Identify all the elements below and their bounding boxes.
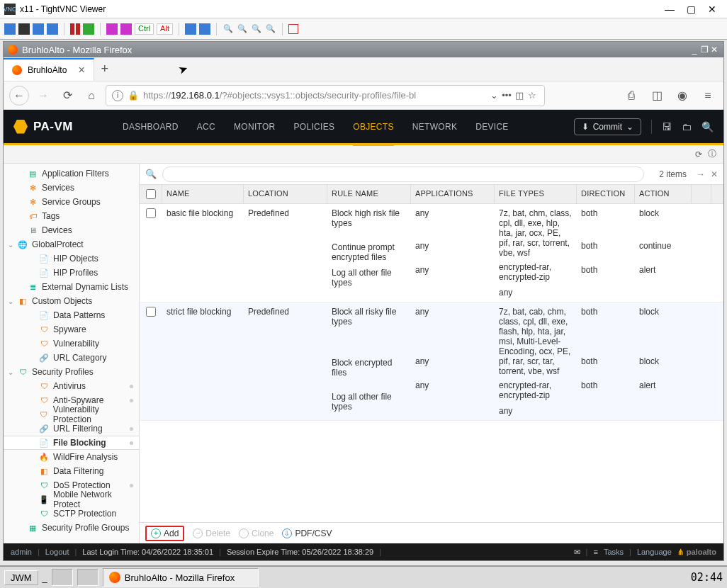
tasks-link[interactable]: Tasks [604, 548, 624, 556]
tasks-icon[interactable]: ≡ [593, 548, 597, 556]
sidebar-item-devices[interactable]: 🖥Devices [4, 223, 139, 237]
sidebar-icon[interactable]: ◫ [647, 86, 667, 106]
page-actions-icon[interactable]: ••• [500, 90, 513, 101]
row-checkbox[interactable] [146, 208, 156, 218]
nav-device[interactable]: DEVICE [475, 110, 508, 144]
close-button[interactable]: ✕ [701, 2, 723, 16]
tray-2[interactable] [77, 569, 98, 586]
sidebar-item-globalprotect[interactable]: ⌄🌐GlobalProtect [4, 237, 139, 251]
library-icon[interactable]: ⎙ [621, 86, 641, 106]
maximize-button[interactable]: ▢ [680, 2, 701, 16]
refresh-icon[interactable] [83, 23, 94, 35]
ff-max-button[interactable]: ❐ [699, 45, 709, 55]
clone-button[interactable]: Clone [239, 528, 274, 538]
apply-filter-icon[interactable]: → [697, 169, 705, 179]
sidebar-item-mobile-network-protect[interactable]: 📱Mobile Network Protect [4, 492, 139, 507]
sidebar-item-application-filters[interactable]: ▤Application Filters [4, 166, 139, 181]
sidebar-item-antivirus[interactable]: 🛡Antivirus [4, 379, 139, 393]
nav-dashboard[interactable]: DASHBOARD [123, 110, 179, 144]
zoom-100-icon[interactable]: 🔍 [251, 24, 262, 33]
new-tab-button[interactable]: + [94, 62, 115, 77]
save-icon[interactable] [18, 23, 30, 35]
url-bar[interactable]: i 🔒 https://192.168.0.1/?#objects::vsys1… [106, 85, 545, 106]
nav-network[interactable]: NETWORK [412, 110, 457, 144]
folder-icon[interactable]: 🗀 [682, 121, 692, 132]
sidebar-item-wildfire-analysis[interactable]: 🔥WildFire Analysis [4, 450, 139, 464]
reader-icon[interactable]: ◫ [513, 90, 526, 101]
zoom-auto-icon[interactable]: 🔍 [265, 24, 276, 33]
row-name-link[interactable]: strict file blocking [162, 303, 244, 420]
bookmark-star-icon[interactable]: ☆ [526, 90, 539, 101]
account-icon[interactable]: ◉ [672, 86, 692, 106]
row-name-link[interactable]: basic file blocking [162, 204, 244, 302]
sidebar-item-sctp-protection[interactable]: 🛡SCTP Protection [4, 507, 139, 521]
new-connection-icon[interactable] [4, 23, 16, 35]
sidebar-item-tags[interactable]: 🏷Tags [4, 209, 139, 223]
nav-policies[interactable]: POLICIES [294, 110, 335, 144]
pause-icon[interactable] [70, 23, 74, 35]
help-icon[interactable]: ⓘ [708, 148, 716, 160]
sidebar-item-data-filtering[interactable]: ◧Data Filtering [4, 464, 139, 478]
sidebar-item-security-profile-groups[interactable]: ▦Security Profile Groups [4, 521, 139, 535]
options-icon[interactable] [33, 23, 44, 35]
language-link[interactable]: Language [637, 548, 672, 556]
sidebar-item-custom-objects[interactable]: ⌄◧Custom Objects [4, 294, 139, 308]
sidebar-item-service-groups[interactable]: ✻Service Groups [4, 195, 139, 209]
commit-button[interactable]: ⬇ Commit ⌄ [574, 118, 641, 135]
add-button[interactable]: +Add [145, 526, 184, 541]
home-button[interactable]: ⌂ [81, 86, 101, 106]
browser-tab[interactable]: BruhloAlto × [4, 58, 94, 81]
zoom-in-icon[interactable]: 🔍 [222, 24, 234, 33]
col-location[interactable]: LOCATION [244, 185, 327, 203]
col-rule-name[interactable]: RULE NAME [327, 185, 411, 203]
delete-button[interactable]: −Delete [193, 528, 230, 538]
sidebar-item-services[interactable]: ✻Services [4, 181, 139, 195]
sidebar-item-spyware[interactable]: 🛡Spyware [4, 322, 139, 337]
refresh-icon[interactable]: ⟳ [695, 149, 702, 159]
start-menu-button[interactable]: JWM [4, 570, 38, 585]
clear-filter-icon[interactable]: ✕ [711, 169, 718, 179]
search-icon[interactable]: 🔍 [701, 121, 714, 132]
sidebar-item-vulnerability-protection[interactable]: 🛡Vulnerability Protection [4, 407, 139, 422]
col-file-types[interactable]: FILE TYPES [495, 185, 577, 203]
alt-key[interactable]: Alt [157, 23, 173, 35]
row-checkbox[interactable] [146, 307, 156, 317]
minimize-button[interactable]: — [659, 2, 680, 16]
mail-icon[interactable]: ✉ [574, 548, 580, 557]
col-action[interactable]: ACTION [635, 185, 692, 203]
fullscreen-icon[interactable] [288, 24, 298, 34]
site-info-icon[interactable]: i [112, 90, 123, 101]
zoom-out-icon[interactable]: 🔍 [237, 24, 248, 33]
config-icon[interactable]: 🖫 [662, 121, 672, 132]
nav-monitor[interactable]: MONITOR [234, 110, 276, 144]
ctrl-esc-icon[interactable] [120, 23, 132, 35]
sidebar-item-external-dynamic-lists[interactable]: ≣External Dynamic Lists [4, 280, 139, 294]
sidebar-item-vulnerability[interactable]: 🛡Vulnerability [4, 337, 139, 351]
info-icon[interactable] [47, 23, 58, 35]
taskbar-task-firefox[interactable]: BruhloAlto - Mozilla Firefox [103, 568, 259, 587]
ff-min-button[interactable]: _ [689, 45, 699, 55]
ctrl-key[interactable]: Ctrl [135, 23, 154, 35]
transfer2-icon[interactable] [199, 23, 210, 35]
pause-icon-2[interactable] [76, 23, 80, 35]
cad-icon[interactable] [106, 23, 118, 35]
col-name[interactable]: NAME [162, 185, 244, 203]
sidebar-item-hip-objects[interactable]: 📄HIP Objects [4, 251, 139, 266]
sidebar-item-url-filtering[interactable]: 🔗URL Filtering [4, 422, 139, 436]
tray-1[interactable] [52, 569, 73, 586]
transfer-icon[interactable] [185, 23, 196, 35]
sidebar-item-security-profiles[interactable]: ⌄🛡Security Profiles [4, 365, 139, 379]
sidebar-item-file-blocking[interactable]: 📄File Blocking [4, 436, 139, 450]
search-input[interactable] [162, 166, 644, 182]
nav-acc[interactable]: ACC [197, 110, 215, 144]
back-button[interactable]: ← [9, 86, 29, 106]
forward-button[interactable]: → [33, 86, 53, 106]
logout-link[interactable]: Logout [45, 548, 69, 556]
select-all-checkbox[interactable] [146, 189, 156, 199]
ff-close-button[interactable]: ✕ [709, 45, 719, 55]
sidebar-item-hip-profiles[interactable]: 📄HIP Profiles [4, 266, 139, 280]
col-applications[interactable]: APPLICATIONS [411, 185, 495, 203]
sidebar-item-data-patterns[interactable]: 📄Data Patterns [4, 308, 139, 322]
security-warning-icon[interactable]: 🔒 [128, 90, 139, 101]
reload-button[interactable]: ⟳ [57, 86, 77, 106]
